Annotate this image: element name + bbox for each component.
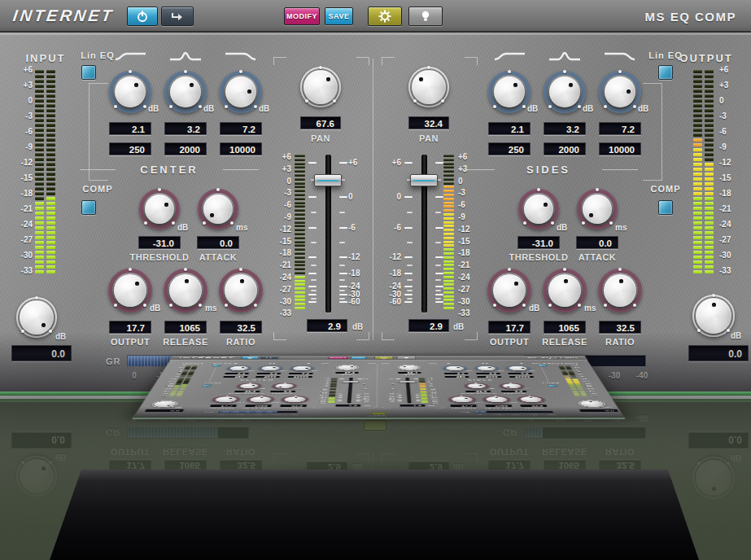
- eq-high-gain-value[interactable]: 7.2: [220, 122, 262, 135]
- threshold-knob[interactable]: [235, 383, 262, 389]
- release-knob[interactable]: [482, 396, 512, 403]
- light-button[interactable]: [396, 357, 415, 359]
- eq-low-gain-value[interactable]: 2.1: [443, 373, 469, 374]
- comp-output-value[interactable]: 17.7: [109, 321, 151, 334]
- modify-button[interactable]: MODIFY: [284, 7, 320, 25]
- fader-handle[interactable]: [410, 174, 438, 186]
- eq-mid-freq-value[interactable]: 2000: [476, 376, 501, 378]
- save-button[interactable]: SAVE: [325, 7, 353, 25]
- comp-toggle-right[interactable]: [658, 200, 673, 215]
- eq-high-gain-knob[interactable]: [220, 71, 262, 113]
- ratio-knob[interactable]: [598, 269, 642, 313]
- release-value[interactable]: 1065: [484, 405, 512, 407]
- fader-gain-value[interactable]: 2.9: [408, 319, 449, 332]
- fader-gain-value[interactable]: 2.9: [307, 319, 347, 332]
- release-knob[interactable]: [543, 269, 587, 313]
- eq-mid-gain-knob[interactable]: [164, 71, 207, 113]
- eq-high-freq-value[interactable]: 10000: [509, 376, 534, 378]
- eq-low-gain-value[interactable]: 2.1: [109, 122, 151, 135]
- comp-output-knob[interactable]: [108, 269, 152, 313]
- eq-high-gain-knob[interactable]: [289, 365, 314, 371]
- attack-knob[interactable]: [498, 383, 525, 389]
- attack-knob[interactable]: [577, 189, 618, 230]
- comp-output-value[interactable]: 17.7: [488, 321, 531, 334]
- eq-low-freq-value[interactable]: 250: [444, 376, 469, 378]
- threshold-value[interactable]: -31.0: [465, 391, 491, 393]
- release-value[interactable]: 1065: [244, 405, 272, 407]
- release-knob[interactable]: [164, 269, 207, 313]
- output-gain-knob[interactable]: [692, 295, 735, 337]
- comp-output-knob[interactable]: [487, 269, 531, 313]
- attack-knob[interactable]: [271, 383, 297, 389]
- eq-mid-freq-value[interactable]: 2000: [544, 142, 586, 155]
- attack-value[interactable]: 0.0: [197, 236, 239, 249]
- threshold-knob[interactable]: [518, 189, 559, 230]
- release-value[interactable]: 1065: [544, 321, 586, 334]
- eq-mid-gain-knob[interactable]: [474, 365, 500, 371]
- comp-toggle-right[interactable]: [548, 385, 557, 387]
- fader-handle[interactable]: [342, 381, 358, 383]
- fader-handle[interactable]: [399, 381, 415, 383]
- release-value[interactable]: 1065: [164, 321, 207, 334]
- eq-low-gain-knob[interactable]: [442, 365, 467, 371]
- ratio-value[interactable]: 32.5: [519, 405, 547, 407]
- eq-high-gain-value[interactable]: 7.2: [507, 373, 532, 374]
- eq-mid-gain-value[interactable]: 3.2: [164, 122, 207, 135]
- save-button[interactable]: SAVE: [350, 357, 365, 359]
- power-button[interactable]: [127, 7, 158, 26]
- settings-button[interactable]: [374, 357, 393, 359]
- output-gain-knob[interactable]: [576, 400, 607, 408]
- eq-low-freq-value[interactable]: 250: [488, 142, 531, 155]
- pan-value[interactable]: 67.6: [300, 116, 341, 129]
- comp-output-value[interactable]: 17.7: [209, 405, 237, 407]
- eq-high-gain-knob[interactable]: [599, 71, 641, 113]
- pan-value[interactable]: 32.4: [408, 116, 449, 129]
- ratio-knob[interactable]: [280, 396, 309, 403]
- eq-mid-gain-value[interactable]: 3.2: [255, 373, 281, 374]
- bypass-route-button[interactable]: [260, 357, 278, 359]
- eq-low-gain-knob[interactable]: [488, 71, 531, 113]
- threshold-value[interactable]: -31.0: [138, 236, 181, 249]
- eq-mid-freq-value[interactable]: 2000: [164, 142, 207, 155]
- eq-high-gain-value[interactable]: 7.2: [599, 122, 641, 135]
- modify-button[interactable]: MODIFY: [328, 357, 348, 359]
- ratio-knob[interactable]: [219, 269, 263, 313]
- ratio-value[interactable]: 32.5: [279, 405, 307, 407]
- eq-low-freq-value[interactable]: 250: [222, 376, 247, 378]
- fader-gain-value[interactable]: 2.9: [334, 405, 360, 407]
- eq-low-gain-knob[interactable]: [109, 71, 151, 113]
- ratio-value[interactable]: 32.5: [220, 321, 262, 334]
- threshold-knob[interactable]: [463, 383, 489, 389]
- ratio-knob[interactable]: [516, 396, 547, 403]
- pan-value[interactable]: 32.4: [397, 372, 421, 374]
- eq-high-gain-knob[interactable]: [504, 365, 531, 371]
- threshold-value[interactable]: -31.0: [234, 391, 260, 393]
- threshold-knob[interactable]: [139, 189, 180, 230]
- eq-mid-gain-value[interactable]: 3.2: [544, 122, 586, 135]
- eq-high-freq-value[interactable]: 10000: [599, 142, 641, 155]
- eq-mid-gain-value[interactable]: 3.2: [475, 373, 500, 374]
- input-gain-value[interactable]: 0.0: [144, 409, 185, 413]
- threshold-value[interactable]: -31.0: [517, 236, 560, 249]
- pan-knob[interactable]: [335, 365, 359, 370]
- eq-low-gain-value[interactable]: 2.1: [224, 373, 249, 374]
- attack-knob[interactable]: [198, 189, 238, 230]
- eq-low-freq-value[interactable]: 250: [109, 142, 151, 155]
- output-gain-value[interactable]: 0.0: [579, 409, 619, 413]
- power-button[interactable]: [241, 357, 259, 359]
- attack-value[interactable]: 0.0: [269, 391, 295, 393]
- eq-low-gain-value[interactable]: 2.1: [488, 122, 531, 135]
- fader-handle[interactable]: [314, 174, 342, 186]
- fader-gain-value[interactable]: 2.9: [400, 405, 426, 407]
- ratio-value[interactable]: 32.5: [599, 321, 641, 334]
- pan-knob[interactable]: [408, 67, 449, 107]
- eq-high-freq-value[interactable]: 10000: [220, 142, 262, 155]
- lin-eq-toggle-right[interactable]: [658, 65, 673, 80]
- release-knob[interactable]: [245, 396, 275, 403]
- eq-high-gain-value[interactable]: 7.2: [288, 373, 313, 374]
- input-gain-knob[interactable]: [16, 297, 57, 338]
- comp-output-value[interactable]: 17.7: [450, 405, 478, 407]
- bypass-route-button[interactable]: [161, 7, 194, 26]
- eq-mid-freq-value[interactable]: 2000: [255, 376, 280, 378]
- attack-value[interactable]: 0.0: [500, 391, 527, 393]
